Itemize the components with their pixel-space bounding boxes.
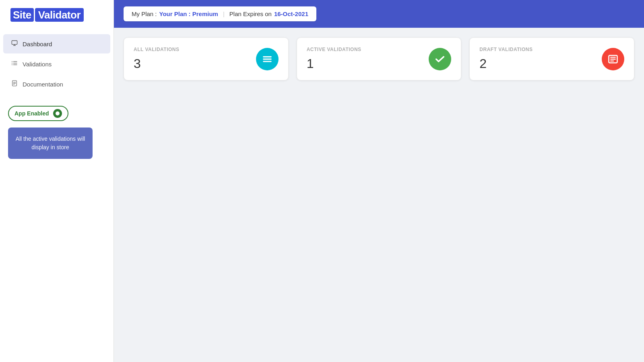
plan-badge: My Plan : Your Plan : Premium | Plan Exp… [124, 6, 316, 21]
plan-name: Your Plan : Premium [159, 10, 218, 17]
toggle-on-icon [53, 109, 62, 118]
sidebar-nav: Dashboard Validations Documentation [0, 33, 114, 95]
logo-part2: Validator [35, 8, 84, 22]
stat-value-all: 3 [134, 56, 180, 71]
expires-date: 16-Oct-2021 [274, 10, 308, 17]
sidebar-item-documentation-label: Documentation [23, 81, 63, 88]
stat-card-left-active: ACTIVE VALIDATIONS 1 [307, 47, 361, 71]
sidebar-item-dashboard-label: Dashboard [23, 41, 52, 47]
expires-prefix: Plan Expires on [229, 10, 272, 17]
stat-value-active: 1 [307, 56, 361, 71]
sidebar-item-dashboard[interactable]: Dashboard [3, 34, 110, 53]
stat-label-active: ACTIVE VALIDATIONS [307, 47, 361, 52]
list-icon [11, 60, 18, 68]
stat-label-draft: DRAFT VALIDATIONS [479, 47, 533, 52]
topbar: My Plan : Your Plan : Premium | Plan Exp… [114, 0, 644, 28]
monitor-icon [11, 40, 18, 48]
stat-card-left-draft: DRAFT VALIDATIONS 2 [479, 47, 533, 71]
info-box-text: All the active validations will display … [16, 136, 85, 150]
app-enabled-label: App Enabled [14, 110, 49, 117]
stat-card-draft-validations[interactable]: DRAFT VALIDATIONS 2 [469, 37, 634, 80]
plan-prefix: My Plan : [132, 10, 157, 17]
stat-label-all: ALL VALIDATIONS [134, 47, 180, 52]
sidebar-item-validations[interactable]: Validations [3, 54, 110, 74]
info-box: All the active validations will display … [8, 128, 93, 159]
all-validations-icon [256, 48, 279, 70]
svg-point-4 [12, 61, 12, 62]
draft-validations-icon [602, 48, 624, 70]
plan-separator: | [223, 10, 225, 17]
svg-rect-0 [12, 41, 17, 44]
logo-part1: Site [10, 8, 34, 22]
stat-value-draft: 2 [479, 56, 533, 71]
dashboard-content: ALL VALIDATIONS 3 ACTIVE VALIDATIONS 1 [114, 28, 644, 90]
stat-card-left: ALL VALIDATIONS 3 [134, 47, 180, 71]
stat-card-active-validations[interactable]: ACTIVE VALIDATIONS 1 [297, 37, 462, 80]
svg-point-6 [12, 64, 12, 65]
sidebar-item-documentation[interactable]: Documentation [3, 74, 110, 94]
sidebar: SiteValidator Dashboard Validations Docu… [0, 0, 114, 362]
main-content: My Plan : Your Plan : Premium | Plan Exp… [114, 0, 644, 362]
active-validations-icon [429, 48, 451, 70]
stat-card-all-validations[interactable]: ALL VALIDATIONS 3 [124, 37, 289, 80]
logo: SiteValidator [0, 0, 93, 30]
sidebar-item-validations-label: Validations [23, 61, 52, 68]
svg-point-5 [12, 63, 12, 64]
app-enabled-toggle[interactable]: App Enabled [8, 106, 68, 121]
doc-icon [11, 80, 18, 88]
sidebar-bottom: App Enabled All the active validations w… [0, 98, 101, 167]
